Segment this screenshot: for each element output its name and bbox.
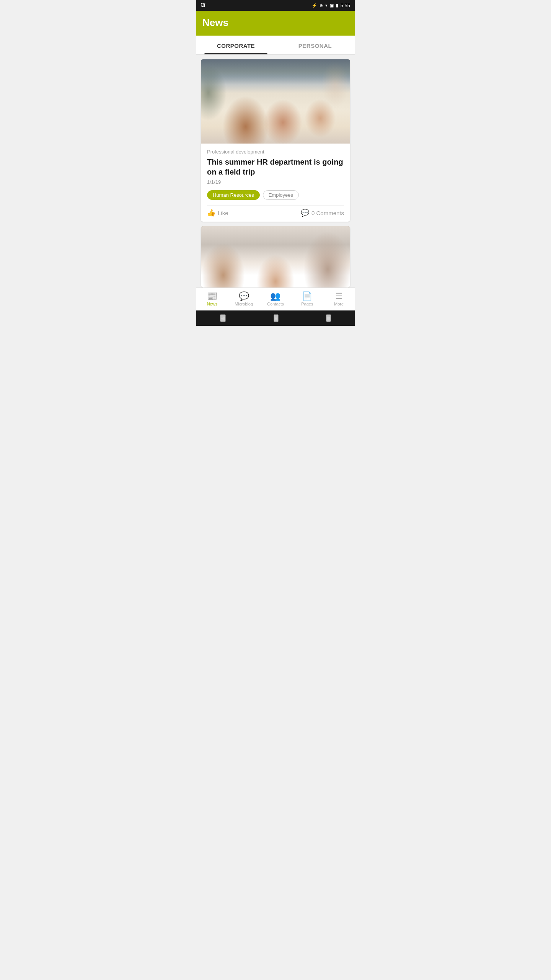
page-title: News	[202, 17, 349, 29]
contacts-icon: 👥	[270, 292, 280, 301]
nav-label-contacts: Contacts	[267, 302, 284, 306]
like-icon: 👍	[207, 209, 215, 217]
content-area: Professional development This summer HR …	[196, 55, 355, 287]
sim-icon: ▣	[330, 3, 334, 8]
bluetooth-icon: ⚡	[312, 3, 317, 8]
status-bar: 🖼 ⚡ ⊖ ▾ ▣ ▮ 5:55	[196, 0, 355, 11]
tab-personal[interactable]: PERSONAL	[276, 36, 355, 54]
news-card-1[interactable]: Professional development This summer HR …	[201, 59, 350, 222]
android-nav-bar: ◀ ● ■	[196, 310, 355, 326]
bottom-nav: 📰 News 💬 Microblog 👥 Contacts 📄 Pages ☰ …	[196, 287, 355, 310]
wifi-icon: ▾	[325, 3, 328, 8]
photo-icon: 🖼	[201, 3, 205, 8]
tag-employees[interactable]: Employees	[263, 190, 299, 200]
microblog-icon: 💬	[239, 292, 249, 301]
article-title[interactable]: This summer HR department is going on a …	[207, 157, 344, 177]
nav-label-more: More	[334, 302, 344, 306]
status-time: 5:55	[341, 3, 350, 8]
article-image	[201, 59, 350, 144]
tab-corporate[interactable]: CORPORATE	[196, 36, 276, 54]
like-label: Like	[218, 210, 228, 216]
nav-item-pages[interactable]: 📄 Pages	[291, 288, 323, 310]
article-category: Professional development	[207, 149, 344, 155]
like-button[interactable]: 👍 Like	[207, 209, 228, 217]
comments-count: 0 Comments	[311, 210, 344, 216]
article-tags: Human Resources Employees	[207, 190, 344, 200]
nav-item-microblog[interactable]: 💬 Microblog	[228, 288, 260, 310]
card-image-2	[201, 226, 350, 287]
card-body-1: Professional development This summer HR …	[201, 144, 350, 222]
status-bar-left: 🖼	[201, 3, 205, 8]
tabs-container: CORPORATE PERSONAL	[196, 36, 355, 55]
news-icon: 📰	[207, 292, 217, 301]
app-header: News	[196, 11, 355, 36]
card-image-1	[201, 59, 350, 144]
nav-label-microblog: Microblog	[235, 302, 253, 306]
article-date: 1/1/19	[207, 179, 344, 185]
tag-human-resources[interactable]: Human Resources	[207, 190, 260, 200]
nav-item-news[interactable]: 📰 News	[196, 288, 228, 310]
nav-label-news: News	[207, 302, 218, 306]
nav-item-more[interactable]: ☰ More	[323, 288, 355, 310]
recent-button[interactable]: ■	[326, 314, 331, 322]
nav-label-pages: Pages	[301, 302, 313, 306]
more-icon: ☰	[335, 292, 343, 301]
comments-button[interactable]: 💬 0 Comments	[301, 209, 344, 217]
dnd-icon: ⊖	[320, 3, 323, 8]
home-button[interactable]: ●	[274, 314, 278, 322]
back-button[interactable]: ◀	[220, 314, 226, 322]
pages-icon: 📄	[302, 292, 312, 301]
comments-icon: 💬	[301, 209, 309, 217]
card-actions: 👍 Like 💬 0 Comments	[207, 205, 344, 217]
nav-item-contacts[interactable]: 👥 Contacts	[260, 288, 292, 310]
battery-icon: ▮	[336, 3, 338, 8]
status-bar-right: ⚡ ⊖ ▾ ▣ ▮ 5:55	[312, 3, 350, 8]
news-card-2[interactable]	[201, 226, 350, 287]
